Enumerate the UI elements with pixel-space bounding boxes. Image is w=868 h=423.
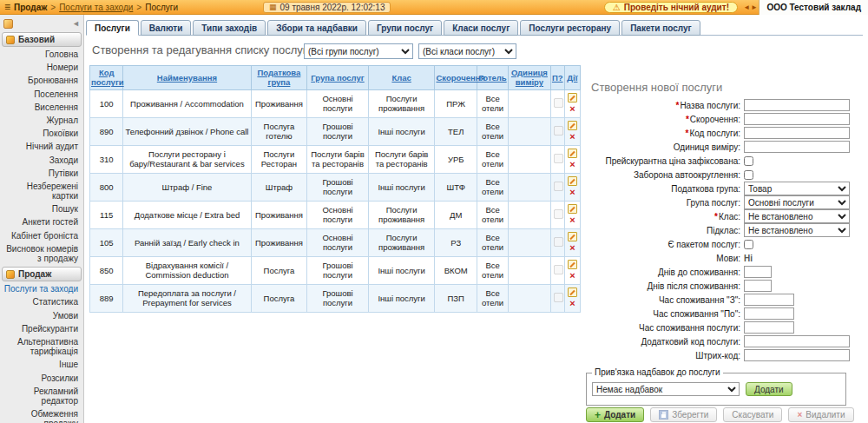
p-flag-checkbox[interactable] xyxy=(554,126,563,135)
sidebar-item-zhurnal[interactable]: Журнал xyxy=(0,114,83,127)
col-hotel[interactable]: Готель xyxy=(477,66,508,90)
tab-typy-zakhodiv[interactable]: Типи заходів xyxy=(193,20,266,36)
abbreviation-input[interactable] xyxy=(744,113,850,125)
p-flag-checkbox[interactable] xyxy=(554,265,563,274)
p-flag-checkbox[interactable] xyxy=(554,98,563,108)
sidebar-item-holovna[interactable]: Головна xyxy=(0,48,83,61)
alert-nav-arrows[interactable]: ◄► xyxy=(743,3,759,11)
delete-icon[interactable]: × xyxy=(567,104,578,114)
next-icon[interactable]: ► xyxy=(751,3,759,11)
time-to-input[interactable] xyxy=(744,307,794,320)
edit-icon[interactable] xyxy=(568,288,577,297)
sidebar-item-rozsylky[interactable]: Розсилки xyxy=(0,372,83,385)
unit-input[interactable] xyxy=(744,141,850,153)
tab-pakety-posluh[interactable]: Пакети послуг xyxy=(621,20,700,36)
table-row[interactable]: 800 Штраф / Fine Штраф Грошові послуги І… xyxy=(90,173,581,201)
table-row[interactable]: 890 Телефонний дзвінок / Phone call Посл… xyxy=(90,117,581,145)
edit-icon[interactable] xyxy=(568,260,577,269)
sidebar-item-vysnovok-nomeriv[interactable]: Висновок номерів з продажу xyxy=(0,242,83,265)
cancel-button[interactable]: Скасувати xyxy=(723,407,782,422)
delete-icon[interactable]: × xyxy=(567,160,578,169)
class-filter-select[interactable]: (Всі класи послуг) xyxy=(418,43,516,59)
sidebar-item-alternatyvna-taryfikatsiia[interactable]: Альтернативна тарифікація xyxy=(0,335,83,358)
sidebar-item-posluhy-ta-zakhody[interactable]: Послуги та заходи xyxy=(0,282,83,295)
table-row[interactable]: 100 Проживання / Accommodation Проживанн… xyxy=(90,89,581,117)
delete-icon[interactable]: × xyxy=(567,188,578,197)
edit-icon[interactable] xyxy=(568,149,577,158)
group-filter-select[interactable]: (Всі групи послуг) xyxy=(304,43,413,59)
sidebar-item-nomery[interactable]: Номери xyxy=(0,61,83,74)
p-flag-checkbox[interactable] xyxy=(554,293,563,302)
subclass-select[interactable]: Не встановлено xyxy=(744,223,850,237)
tab-valiuty[interactable]: Валюти xyxy=(141,20,191,36)
sidebar-item-putivky[interactable]: Путівки xyxy=(0,167,83,180)
menu-icon[interactable]: ≡ xyxy=(4,2,10,12)
tab-zbory-ta-nadbavky[interactable]: Збори та надбавки xyxy=(267,20,366,36)
tab-klasy-posluh[interactable]: Класи послуг xyxy=(444,20,518,36)
edit-icon[interactable] xyxy=(568,204,577,214)
delete-icon[interactable]: × xyxy=(567,299,578,308)
table-row[interactable]: 889 Передоплата за послуги / Prepayment … xyxy=(90,284,581,312)
save-button[interactable]: Зберегти xyxy=(650,407,717,422)
class-select[interactable]: Не встановлено xyxy=(744,209,850,223)
days-after-input[interactable] xyxy=(744,280,772,292)
sidebar-item-nichnyi-audyt[interactable]: Нічний аудит xyxy=(0,140,83,153)
edit-icon[interactable] xyxy=(568,232,577,241)
addons-add-button[interactable]: Додати xyxy=(746,382,792,396)
p-flag-checkbox[interactable] xyxy=(554,237,563,247)
delete-icon[interactable]: × xyxy=(567,132,578,142)
breadcrumb-root[interactable]: Продаж xyxy=(14,3,47,12)
sidebar-item-pokoivky[interactable]: Покоївки xyxy=(0,127,83,140)
sidebar-item-poselennya[interactable]: Поселення xyxy=(0,88,83,101)
is-package-checkbox[interactable] xyxy=(744,240,753,249)
col-unit[interactable]: Одиниця виміру xyxy=(509,66,550,90)
service-name-input[interactable] xyxy=(744,99,850,111)
sidebar-item-reklamnyi-redaktor[interactable]: Рекламний редактор xyxy=(0,385,83,407)
sidebar-item-nezberezheni-kartky[interactable]: Незбережені картки xyxy=(0,180,83,202)
col-class[interactable]: Клас xyxy=(368,66,435,90)
tax-group-select[interactable]: Товар xyxy=(744,182,850,195)
fixed-price-checkbox[interactable] xyxy=(744,156,753,166)
col-abbr[interactable]: Скорочення xyxy=(435,66,477,90)
p-flag-checkbox[interactable] xyxy=(554,182,563,191)
extra-code-input[interactable] xyxy=(744,335,850,347)
table-row[interactable]: 850 Відрахування комісії / Commission de… xyxy=(90,256,581,284)
sidebar-item-vyselennya[interactable]: Виселення xyxy=(0,101,83,114)
time-from-input[interactable] xyxy=(744,294,794,306)
table-row[interactable]: 105 Ранній заїзд / Early check in Прожив… xyxy=(90,228,581,256)
edit-icon[interactable] xyxy=(568,93,577,102)
col-code[interactable]: Код послуги xyxy=(90,66,123,90)
tab-hrupy-posluh[interactable]: Групи послуг xyxy=(368,20,442,36)
add-button[interactable]: +Додати xyxy=(586,407,644,422)
sidebar-item-obmezhennia-prodazhu[interactable]: Обмеження продажу xyxy=(0,407,83,423)
sidebar-item-zakhody[interactable]: Заходи xyxy=(0,154,83,167)
sidebar-item-kabinet-bronista[interactable]: Кабінет броніста xyxy=(0,229,83,242)
service-group-select[interactable]: Основні послуги xyxy=(744,195,850,209)
breadcrumb-parent[interactable]: Послуги та заходи xyxy=(59,3,133,12)
sidebar-item-poshuk[interactable]: Пошук xyxy=(0,202,83,215)
organization-name[interactable]: ООО Тестовий заклад xyxy=(759,0,868,15)
delete-button[interactable]: ×Видалити xyxy=(788,407,853,422)
table-row[interactable]: 310 Послуги ресторану і бару/Restaurant … xyxy=(90,145,581,173)
sidebar-item-preiskuranty[interactable]: Прейскуранти xyxy=(0,322,83,335)
table-row[interactable]: 115 Додаткове місце / Extra bed Проживан… xyxy=(90,201,581,228)
sidebar-collapse-icon[interactable]: ◄ xyxy=(72,19,80,28)
col-p-flag[interactable]: П? xyxy=(550,66,564,90)
sidebar-item-umovy[interactable]: Умови xyxy=(0,309,83,322)
no-autorounding-checkbox[interactable] xyxy=(744,170,753,180)
sidebar-item-ankety-hostei[interactable]: Анкети гостей xyxy=(0,215,83,228)
sidebar-item-inshe[interactable]: Інше xyxy=(0,358,83,371)
p-flag-checkbox[interactable] xyxy=(554,154,563,163)
delete-icon[interactable]: × xyxy=(567,271,578,281)
tab-posluhy[interactable]: Послуги xyxy=(86,20,139,36)
barcode-input[interactable] xyxy=(744,349,850,361)
consumption-time-input[interactable] xyxy=(744,321,794,334)
edit-icon[interactable] xyxy=(568,176,577,186)
sidebar-item-statystyka[interactable]: Статистика xyxy=(0,295,83,308)
col-name[interactable]: Найменування xyxy=(123,66,251,90)
delete-icon[interactable]: × xyxy=(567,215,578,225)
col-group[interactable]: Група послуг xyxy=(307,66,369,90)
addons-select[interactable]: Немає надбавок xyxy=(592,382,740,396)
sidebar-section-sales[interactable]: Продаж xyxy=(2,267,82,281)
service-code-input[interactable] xyxy=(744,127,850,139)
